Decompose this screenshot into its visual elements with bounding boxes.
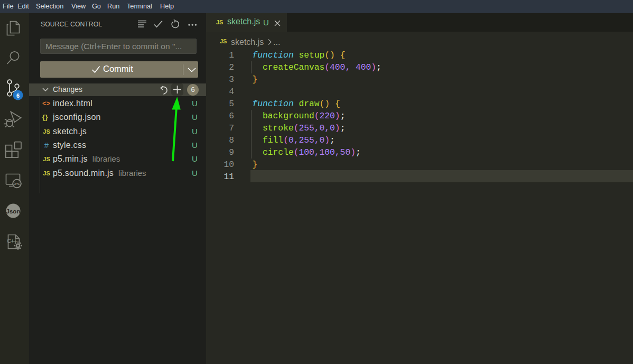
svg-text:6: 6 — [16, 92, 20, 99]
svg-text:><: >< — [14, 181, 20, 187]
svg-text:Json: Json — [6, 208, 21, 214]
